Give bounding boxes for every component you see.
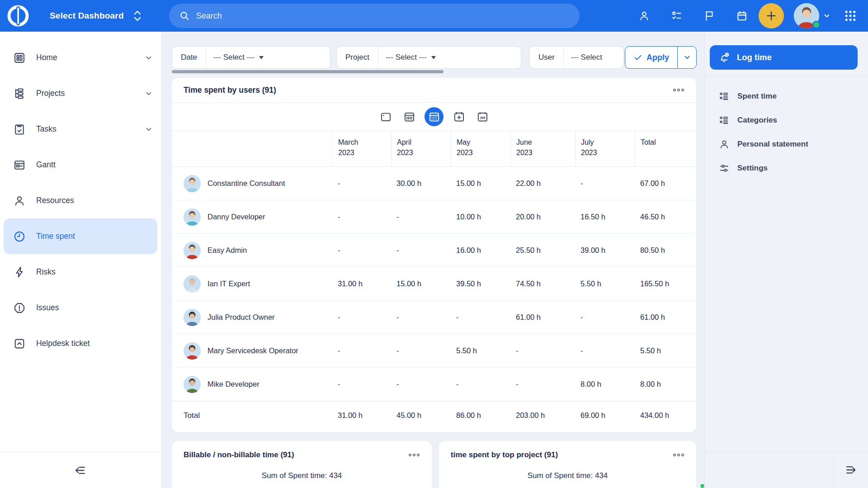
check-icon	[633, 53, 642, 62]
search-input[interactable]: Search	[169, 4, 580, 28]
chevron-down-icon[interactable]	[145, 125, 153, 133]
hours-cell: -	[391, 380, 451, 389]
panel-item-settings[interactable]: Settings	[705, 156, 868, 180]
avatar	[184, 242, 201, 259]
hours-cell: -	[332, 213, 391, 221]
user-filter-select[interactable]: --- Select	[564, 47, 609, 68]
table-header-total[interactable]: Total	[635, 131, 696, 166]
hours-cell: 39.00 h	[575, 246, 635, 255]
table-row[interactable]: Ian IT Expert 31.00 h 15.00 h 39.50 h 74…	[172, 267, 696, 301]
total-hours-cell: 67.00 h	[635, 179, 696, 188]
calendar-icon[interactable]	[736, 10, 748, 22]
time-spent-by-users-card: Time spent by users (91) 365 March 2023	[172, 78, 696, 432]
table-header-cell[interactable]: March 2023	[332, 131, 391, 166]
user-name-link[interactable]: Constantine Consultant	[208, 178, 285, 189]
user-icon[interactable]	[638, 10, 650, 22]
panel-item-label: Spent time	[737, 92, 777, 101]
apps-grid-icon[interactable]	[844, 9, 857, 23]
hours-cell: 20.00 h	[510, 213, 575, 221]
sidebar-item-helpdesk[interactable]: Helpdesk ticket	[0, 326, 161, 361]
user-name-link[interactable]: Mike Developer	[208, 379, 259, 390]
collapse-panel-icon[interactable]	[844, 463, 858, 477]
table-header-user-column	[172, 131, 332, 166]
table-row[interactable]: Julia Product Owner - - - 61.00 h - 61.0…	[172, 301, 696, 334]
sidebar-item-label: Issues	[36, 303, 59, 313]
sidebar-item-risks[interactable]: Risks	[0, 254, 161, 290]
user-name-link[interactable]: Julia Product Owner	[208, 312, 275, 323]
panel-item-spent-time[interactable]: Spent time	[705, 84, 868, 108]
user-name-link[interactable]: Danny Developer	[208, 211, 265, 223]
top-project-time-card: time spent by top project (91) Sum of Sp…	[439, 441, 696, 488]
log-time-bell-icon	[719, 52, 731, 63]
log-time-button[interactable]: Log time	[710, 45, 858, 70]
app-logo[interactable]	[6, 4, 30, 28]
user-name-link[interactable]: Ian IT Expert	[208, 278, 250, 289]
total-cell: 203.00 h	[510, 411, 575, 420]
sidebar-item-tasks[interactable]: Tasks	[0, 111, 161, 147]
total-label: Total	[172, 410, 332, 422]
table-row[interactable]: Mary Servicedesk Operator - - 5.50 h - -…	[172, 334, 696, 368]
chevron-down-icon[interactable]	[145, 54, 153, 62]
sidebar-item-gantt[interactable]: Gantt	[0, 147, 161, 183]
dropdown-arrow-icon	[431, 56, 436, 59]
sidebar-item-label: Tasks	[36, 124, 57, 134]
avatar	[184, 175, 201, 192]
table-header-cell[interactable]: May 2023	[451, 131, 510, 166]
panel-menu: Spent time Categories Personal statement…	[705, 84, 868, 180]
user-name-link[interactable]: Mary Servicedesk Operator	[208, 345, 298, 356]
hours-cell: -	[451, 380, 510, 389]
card-menu-icon[interactable]	[408, 451, 420, 459]
collapse-sidebar-icon[interactable]	[74, 464, 87, 477]
list-icon	[719, 91, 730, 102]
table-header-cell[interactable]: June 2023	[510, 131, 575, 166]
hours-cell: 61.00 h	[510, 313, 575, 322]
horizontal-scrollbar-thumb[interactable]	[172, 70, 443, 73]
total-cell: 69.00 h	[575, 411, 635, 420]
table-row[interactable]: Constantine Consultant - 30.00 h 15.00 h…	[172, 167, 696, 200]
date-filter-select[interactable]: --- Select ---	[206, 47, 271, 68]
card-menu-icon[interactable]	[673, 451, 684, 459]
panel-divider	[705, 76, 868, 76]
checklist-icon[interactable]	[671, 10, 683, 22]
table-row[interactable]: Mike Developer - - - - 8.00 h 8.00 h	[172, 368, 696, 401]
sidebar-item-home[interactable]: Home	[0, 40, 161, 76]
quick-add-button[interactable]	[759, 3, 784, 28]
panel-item-personal-statement[interactable]: Personal statement	[705, 132, 868, 156]
week-view-icon[interactable]	[401, 109, 417, 125]
card-menu-icon[interactable]	[673, 86, 684, 94]
user-avatar[interactable]	[794, 3, 819, 28]
dashboard-selector[interactable]: Select Dashboard	[50, 10, 142, 22]
user-filter-value: --- Select	[571, 53, 602, 62]
hours-cell: 15.00 h	[391, 280, 451, 288]
avatar	[184, 309, 201, 326]
user-name-link[interactable]: Easy Admin	[208, 245, 247, 256]
card-title: Billable / non-billable time (91)	[184, 450, 294, 460]
project-filter-value: --- Select ---	[386, 53, 427, 62]
project-filter-select[interactable]: --- Select ---	[378, 47, 443, 68]
total-hours-cell: 8.00 h	[635, 380, 696, 389]
sidebar-item-issues[interactable]: Issues	[0, 290, 161, 326]
flag-icon[interactable]	[703, 10, 715, 22]
avatar	[184, 376, 201, 393]
avatar-chevron-icon[interactable]	[823, 12, 831, 20]
year-view-icon[interactable]: 365	[474, 109, 491, 125]
sidebar-item-resources[interactable]: Resources	[0, 183, 161, 218]
table-header-cell[interactable]: July 2023	[575, 131, 635, 166]
month-view-icon[interactable]	[425, 107, 443, 126]
hours-cell: -	[391, 313, 451, 322]
add-period-view-icon[interactable]	[451, 109, 467, 125]
chevron-down-icon[interactable]	[145, 90, 153, 98]
avatar	[184, 208, 201, 226]
sidebar-item-projects[interactable]: Projects	[0, 76, 161, 111]
panel-item-categories[interactable]: Categories	[705, 108, 868, 132]
hours-cell: 25.50 h	[510, 246, 575, 255]
day-view-icon[interactable]	[377, 109, 394, 125]
table-row[interactable]: Easy Admin - - 16.00 h 25.50 h 39.00 h 8…	[172, 234, 696, 267]
apply-button[interactable]: Apply	[625, 47, 677, 68]
spent-time-summary: Sum of Spent time: 434	[451, 471, 684, 480]
sidebar-item-label: Risks	[36, 267, 56, 277]
apply-options-button[interactable]	[677, 47, 696, 68]
table-row[interactable]: Danny Developer - - 10.00 h 20.00 h 16.5…	[172, 200, 696, 234]
sidebar-item-time-spent[interactable]: Time spent	[4, 218, 157, 254]
table-header-cell[interactable]: April 2023	[391, 131, 451, 166]
